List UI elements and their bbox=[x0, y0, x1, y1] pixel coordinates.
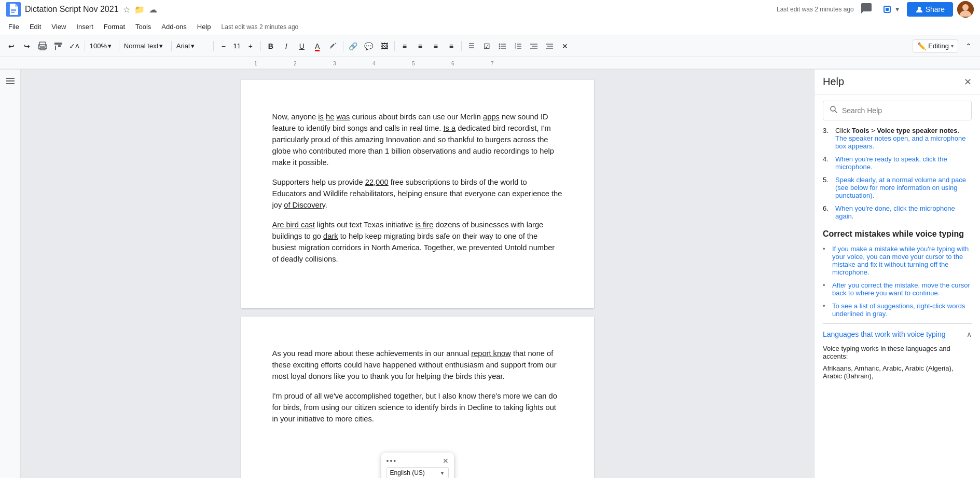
bullet-text-2: After you correct the mistake, move the … bbox=[832, 281, 972, 297]
menu-file[interactable]: File bbox=[4, 21, 23, 33]
zoom-selector[interactable]: 100% ▾ bbox=[88, 41, 116, 51]
languages-intro: Voice typing works in these languages an… bbox=[823, 345, 972, 360]
align-left-button[interactable]: ≡ bbox=[397, 39, 412, 53]
redo-button[interactable]: ↪ bbox=[20, 39, 34, 53]
help-step-5: 5. Speak clearly, at a normal volume and… bbox=[823, 176, 972, 199]
ruler: 1 2 3 4 5 6 7 bbox=[0, 57, 980, 70]
text-color-button[interactable]: A bbox=[310, 39, 325, 53]
star-icon[interactable]: ☆ bbox=[123, 5, 130, 15]
italic-button[interactable]: I bbox=[279, 39, 294, 53]
font-size-decrease-button[interactable]: − bbox=[216, 39, 231, 53]
align-right-button[interactable]: ≡ bbox=[429, 39, 443, 53]
separator-1 bbox=[85, 41, 85, 51]
step-3-num: 3. bbox=[823, 127, 832, 150]
languages-collapsible[interactable]: Languages that work with voice typing ∧ bbox=[823, 323, 972, 345]
justify-button[interactable]: ≡ bbox=[444, 39, 459, 53]
voice-typing-widget: ••• ✕ English (US) ▼ ? bbox=[381, 453, 454, 478]
svg-text:6: 6 bbox=[451, 61, 454, 66]
menu-format[interactable]: Format bbox=[100, 21, 129, 33]
decrease-indent-button[interactable] bbox=[527, 39, 541, 53]
svg-rect-44 bbox=[6, 83, 15, 84]
title-bar: Dictation Script Nov 2021 ☆ 📁 ☁ Last edi… bbox=[0, 0, 980, 19]
undo-button[interactable]: ↩ bbox=[4, 39, 19, 53]
separator-6 bbox=[343, 41, 343, 51]
pencil-icon: ✏️ bbox=[917, 42, 926, 50]
language-value: English (US) bbox=[390, 469, 425, 476]
svg-rect-1 bbox=[11, 9, 16, 10]
menu-tools[interactable]: Tools bbox=[131, 21, 155, 33]
font-size-increase-button[interactable]: + bbox=[243, 39, 258, 53]
line-spacing-button[interactable] bbox=[464, 39, 479, 53]
languages-content: Voice typing works in these languages an… bbox=[823, 345, 972, 386]
svg-rect-2 bbox=[11, 10, 16, 11]
help-step-6: 6. When you're done, click the microphon… bbox=[823, 204, 972, 220]
underline-button[interactable]: U bbox=[295, 39, 309, 53]
svg-rect-9 bbox=[39, 42, 46, 46]
help-content-area: 3. Click Tools > Voice type speaker note… bbox=[815, 127, 980, 478]
zoom-value: 100% bbox=[90, 42, 107, 50]
version-history-button[interactable]: ▼ bbox=[879, 1, 903, 18]
help-title: Help bbox=[823, 76, 844, 88]
menu-addons[interactable]: Add-ons bbox=[157, 21, 190, 33]
sidebar-toggle[interactable] bbox=[0, 70, 21, 478]
font-size-area: − 11 + bbox=[216, 39, 258, 53]
share-button[interactable]: Share bbox=[907, 2, 953, 17]
svg-point-18 bbox=[499, 45, 500, 47]
clear-format-button[interactable]: ✕ bbox=[558, 39, 572, 53]
voice-widget-dots[interactable]: ••• bbox=[387, 457, 397, 465]
highlight-button[interactable] bbox=[326, 39, 340, 53]
style-value: Normal text bbox=[124, 42, 158, 50]
svg-line-49 bbox=[835, 111, 837, 113]
print-button[interactable] bbox=[35, 39, 50, 53]
folder-icon[interactable]: 📁 bbox=[134, 5, 145, 15]
menu-insert[interactable]: Insert bbox=[72, 21, 98, 33]
help-panel: Help ✕ 3. Click Tools > Voice type speak… bbox=[814, 70, 980, 478]
bullet-3: • To see a list of suggestions, right-cl… bbox=[823, 302, 972, 318]
separator-7 bbox=[394, 41, 395, 51]
increase-indent-button[interactable] bbox=[542, 39, 557, 53]
image-button[interactable]: 🖼 bbox=[377, 39, 392, 53]
cloud-icon[interactable]: ☁ bbox=[149, 5, 157, 15]
style-selector[interactable]: Normal text ▾ bbox=[122, 41, 169, 51]
help-close-button[interactable]: ✕ bbox=[964, 76, 972, 88]
link-button[interactable]: 🔗 bbox=[346, 39, 361, 53]
editing-dropdown[interactable]: ✏️ Editing ▾ bbox=[913, 39, 958, 53]
svg-point-20 bbox=[499, 47, 500, 49]
document-page-1: Now, anyone is he was curious about bird… bbox=[241, 80, 594, 308]
step-4-text: When you're ready to speak, click the mi… bbox=[835, 155, 972, 171]
svg-text:3: 3 bbox=[333, 61, 336, 66]
document-title[interactable]: Dictation Script Nov 2021 bbox=[25, 5, 119, 14]
help-search-container bbox=[823, 101, 972, 120]
collapse-toolbar-button[interactable]: ⌃ bbox=[961, 39, 976, 53]
menu-edit[interactable]: Edit bbox=[25, 21, 45, 33]
help-search-input[interactable] bbox=[842, 106, 965, 115]
bullet-list-button[interactable] bbox=[495, 39, 510, 53]
checklist-button[interactable]: ☑ bbox=[480, 39, 494, 53]
voice-widget-close[interactable]: ✕ bbox=[443, 457, 449, 465]
separator-5 bbox=[260, 41, 261, 51]
align-center-button[interactable]: ≡ bbox=[413, 39, 427, 53]
comment-insert-button[interactable]: 💬 bbox=[362, 39, 376, 53]
document-area[interactable]: Now, anyone is he was curious about bird… bbox=[21, 70, 814, 478]
help-step-4: 4. When you're ready to speak, click the… bbox=[823, 155, 972, 171]
search-icon bbox=[830, 105, 838, 116]
user-avatar[interactable] bbox=[957, 1, 974, 18]
svg-rect-3 bbox=[11, 12, 15, 13]
menu-view[interactable]: View bbox=[47, 21, 70, 33]
language-selector[interactable]: English (US) ▼ bbox=[387, 467, 449, 478]
page-1-para-2: Supporters help us provide 22,000 free s… bbox=[272, 176, 563, 211]
spell-check-button[interactable]: ✓A bbox=[66, 39, 82, 53]
step-6-text: When you're done, click the microphone a… bbox=[835, 204, 972, 220]
bold-button[interactable]: B bbox=[264, 39, 278, 53]
step-5-num: 5. bbox=[823, 176, 832, 199]
bullet-text-1: If you make a mistake while you're typin… bbox=[832, 245, 972, 276]
svg-text:2: 2 bbox=[294, 61, 297, 66]
zoom-dropdown-icon: ▾ bbox=[108, 42, 112, 50]
numbered-list-button[interactable]: 1.2.3. bbox=[511, 39, 526, 53]
font-selector[interactable]: Arial ▾ bbox=[174, 41, 211, 51]
comments-button[interactable] bbox=[858, 0, 875, 19]
paint-format-button[interactable] bbox=[51, 39, 65, 53]
svg-text:5: 5 bbox=[412, 61, 415, 66]
menu-help[interactable]: Help bbox=[193, 21, 215, 33]
step-6-num: 6. bbox=[823, 204, 832, 220]
